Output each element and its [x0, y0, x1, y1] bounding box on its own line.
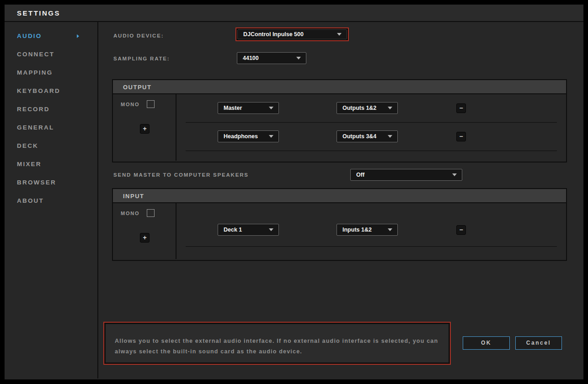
input-section: INPUT MONO + Deck 1: [112, 188, 567, 261]
output-remove-button[interactable]: −: [456, 132, 466, 141]
output-section: OUTPUT MONO + Master: [112, 79, 567, 162]
send-master-dropdown[interactable]: Off: [350, 169, 462, 181]
sidebar-item-browser[interactable]: BROWSER: [5, 173, 97, 192]
output-target-value: Outputs 3&4: [342, 133, 376, 140]
active-item-arrow-icon: [77, 34, 79, 38]
output-remove-button[interactable]: −: [456, 103, 466, 113]
output-source-value: Headphones: [224, 133, 258, 140]
sidebar-item-keyboard[interactable]: KEYBOARD: [5, 82, 97, 100]
row-separator: [186, 151, 557, 151]
sampling-rate-value: 44100: [243, 55, 259, 61]
dropdown-arrow-icon: [452, 173, 457, 176]
input-mono-checkbox[interactable]: [147, 209, 155, 217]
output-target-value: Outputs 1&2: [342, 105, 376, 111]
audio-settings-panel: AUDIO DEVICE: DJControl Inpulse 500 SAMP…: [98, 22, 583, 379]
help-text: Allows you to select the external audio …: [115, 336, 438, 357]
sidebar-item-audio[interactable]: AUDIO: [5, 27, 97, 45]
settings-window-frame: SETTINGS AUDIO CONNECT MAPPING KEYBOARD …: [0, 0, 588, 384]
dropdown-arrow-icon: [388, 107, 392, 109]
dropdown-arrow-icon: [296, 57, 301, 59]
sidebar-item-connect[interactable]: CONNECT: [5, 45, 97, 64]
sidebar-item-deck[interactable]: DECK: [5, 137, 97, 155]
output-mono-checkbox[interactable]: [147, 100, 155, 108]
add-icon: +: [143, 234, 146, 241]
settings-window: SETTINGS AUDIO CONNECT MAPPING KEYBOARD …: [5, 5, 583, 379]
help-description-box: Allows you to select the external audio …: [103, 322, 451, 365]
dropdown-arrow-icon: [269, 135, 273, 138]
sampling-rate-dropdown[interactable]: 44100: [237, 52, 306, 64]
output-add-button[interactable]: +: [140, 124, 150, 134]
sidebar-item-label: AUDIO: [17, 32, 42, 39]
output-source-value: Master: [224, 105, 242, 111]
dropdown-arrow-icon: [269, 228, 273, 231]
output-rows: Master Outputs 1&2 −: [177, 94, 566, 161]
minus-icon: −: [459, 226, 463, 233]
dropdown-arrow-icon: [269, 107, 273, 109]
output-row: Master Outputs 1&2 −: [177, 94, 566, 123]
output-row: Headphones Outputs 3&4 −: [177, 123, 566, 151]
output-target-dropdown[interactable]: Outputs 1&2: [337, 102, 398, 114]
send-master-value: Off: [356, 172, 364, 178]
input-add-button[interactable]: +: [140, 233, 150, 243]
input-row: Deck 1 Inputs 1&2 −: [177, 203, 566, 247]
input-mono-label: MONO: [121, 211, 139, 216]
output-section-title: OUTPUT: [113, 80, 566, 94]
window-title: SETTINGS: [5, 5, 583, 22]
row-separator: [186, 246, 557, 247]
sidebar-item-about[interactable]: ABOUT: [5, 192, 97, 210]
audio-device-highlight: DJControl Inpulse 500: [235, 27, 349, 41]
audio-device-label: AUDIO DEVICE:: [113, 33, 164, 38]
sidebar-item-general[interactable]: GENERAL: [5, 119, 97, 137]
add-icon: +: [143, 125, 146, 132]
audio-device-value: DJControl Inpulse 500: [243, 31, 304, 38]
input-target-value: Inputs 1&2: [342, 227, 372, 233]
cancel-button[interactable]: Cancel: [515, 336, 562, 350]
sidebar-item-mixer[interactable]: MIXER: [5, 155, 97, 173]
sampling-rate-label: SAMPLING RATE:: [113, 56, 170, 61]
sidebar-item-mapping[interactable]: MAPPING: [5, 64, 97, 82]
input-rows: Deck 1 Inputs 1&2 −: [177, 203, 566, 259]
ok-button[interactable]: OK: [463, 336, 510, 350]
settings-sidebar: AUDIO CONNECT MAPPING KEYBOARD RECORD GE…: [5, 22, 98, 379]
input-source-value: Deck 1: [224, 227, 242, 233]
sidebar-item-record[interactable]: RECORD: [5, 100, 97, 119]
output-mono-label: MONO: [121, 102, 139, 107]
input-source-dropdown[interactable]: Deck 1: [218, 224, 279, 236]
input-section-title: INPUT: [113, 189, 566, 203]
dropdown-arrow-icon: [337, 33, 342, 36]
input-target-dropdown[interactable]: Inputs 1&2: [337, 224, 398, 236]
output-controls-column: MONO +: [113, 94, 176, 161]
minus-icon: −: [459, 133, 463, 140]
send-master-label: SEND MASTER TO COMPUTER SPEAKERS: [113, 172, 249, 178]
dropdown-arrow-icon: [388, 228, 392, 231]
input-controls-column: MONO +: [113, 203, 176, 259]
input-remove-button[interactable]: −: [456, 225, 466, 235]
dropdown-arrow-icon: [388, 135, 392, 138]
audio-device-dropdown[interactable]: DJControl Inpulse 500: [237, 29, 347, 39]
minus-icon: −: [459, 104, 463, 112]
output-source-dropdown[interactable]: Master: [218, 102, 279, 114]
output-target-dropdown[interactable]: Outputs 3&4: [337, 130, 398, 142]
output-source-dropdown[interactable]: Headphones: [218, 130, 279, 142]
